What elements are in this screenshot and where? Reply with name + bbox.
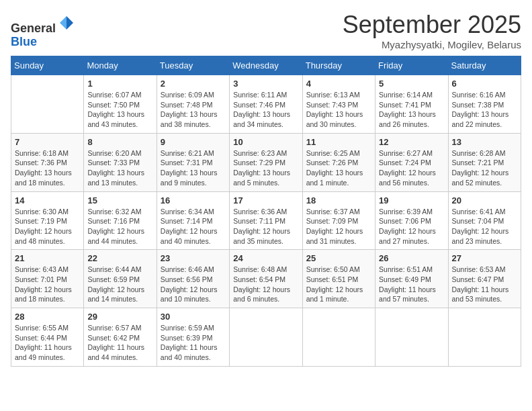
day-cell: 23Sunrise: 6:46 AM Sunset: 6:56 PM Dayli… [157, 250, 229, 308]
day-number: 15 [87, 195, 152, 205]
day-info: Sunrise: 6:09 AM Sunset: 7:48 PM Dayligh… [161, 90, 226, 130]
day-info: Sunrise: 6:51 AM Sunset: 6:49 PM Dayligh… [379, 265, 444, 304]
day-info: Sunrise: 6:50 AM Sunset: 6:51 PM Dayligh… [306, 265, 371, 304]
day-info: Sunrise: 6:23 AM Sunset: 7:29 PM Dayligh… [233, 148, 298, 188]
day-info: Sunrise: 6:36 AM Sunset: 7:11 PM Dayligh… [233, 207, 298, 246]
col-header-monday: Monday [84, 56, 157, 75]
day-number: 24 [233, 253, 298, 263]
day-info: Sunrise: 6:30 AM Sunset: 7:19 PM Dayligh… [15, 207, 80, 246]
day-number: 12 [379, 137, 444, 147]
col-header-friday: Friday [375, 56, 448, 75]
day-cell: 26Sunrise: 6:51 AM Sunset: 6:49 PM Dayli… [375, 250, 448, 308]
day-number: 20 [452, 195, 517, 205]
day-cell: 7Sunrise: 6:18 AM Sunset: 7:36 PM Daylig… [11, 133, 84, 191]
day-cell: 29Sunrise: 6:57 AM Sunset: 6:42 PM Dayli… [84, 308, 157, 367]
day-cell: 11Sunrise: 6:25 AM Sunset: 7:26 PM Dayli… [302, 133, 375, 191]
day-cell: 9Sunrise: 6:21 AM Sunset: 7:31 PM Daylig… [157, 133, 229, 191]
day-cell: 3Sunrise: 6:11 AM Sunset: 7:46 PM Daylig… [230, 75, 302, 134]
day-cell: 24Sunrise: 6:48 AM Sunset: 6:54 PM Dayli… [230, 250, 302, 308]
day-info: Sunrise: 6:44 AM Sunset: 6:59 PM Dayligh… [87, 265, 152, 304]
day-info: Sunrise: 6:27 AM Sunset: 7:24 PM Dayligh… [379, 148, 444, 188]
calendar-table: SundayMondayTuesdayWednesdayThursdayFrid… [11, 56, 521, 367]
day-number: 21 [15, 253, 80, 263]
day-cell: 4Sunrise: 6:13 AM Sunset: 7:43 PM Daylig… [302, 75, 375, 134]
day-cell: 13Sunrise: 6:28 AM Sunset: 7:21 PM Dayli… [448, 133, 521, 191]
location: Myazhysyatki, Mogilev, Belarus [343, 39, 521, 50]
day-cell: 25Sunrise: 6:50 AM Sunset: 6:51 PM Dayli… [302, 250, 375, 308]
day-info: Sunrise: 6:11 AM Sunset: 7:46 PM Dayligh… [233, 90, 298, 130]
title-block: September 2025 Myazhysyatki, Mogilev, Be… [343, 11, 521, 50]
day-info: Sunrise: 6:07 AM Sunset: 7:50 PM Dayligh… [87, 90, 152, 130]
day-cell: 22Sunrise: 6:44 AM Sunset: 6:59 PM Dayli… [84, 250, 157, 308]
day-cell [302, 308, 375, 367]
week-row-1: 1Sunrise: 6:07 AM Sunset: 7:50 PM Daylig… [11, 75, 521, 134]
header-row: SundayMondayTuesdayWednesdayThursdayFrid… [11, 56, 521, 75]
day-info: Sunrise: 6:39 AM Sunset: 7:06 PM Dayligh… [379, 207, 444, 246]
day-info: Sunrise: 6:43 AM Sunset: 7:01 PM Dayligh… [15, 265, 80, 304]
day-info: Sunrise: 6:46 AM Sunset: 6:56 PM Dayligh… [161, 265, 226, 304]
svg-marker-1 [60, 16, 66, 30]
day-cell: 6Sunrise: 6:16 AM Sunset: 7:38 PM Daylig… [448, 75, 521, 134]
logo: General Blue [11, 13, 76, 49]
day-cell: 15Sunrise: 6:32 AM Sunset: 7:16 PM Dayli… [84, 191, 157, 250]
day-number: 5 [379, 79, 444, 89]
day-cell: 30Sunrise: 6:59 AM Sunset: 6:39 PM Dayli… [157, 308, 229, 367]
logo-blue: Blue [11, 35, 37, 48]
day-number: 14 [15, 195, 80, 205]
day-info: Sunrise: 6:20 AM Sunset: 7:33 PM Dayligh… [87, 148, 152, 188]
day-cell: 14Sunrise: 6:30 AM Sunset: 7:19 PM Dayli… [11, 191, 84, 250]
day-info: Sunrise: 6:32 AM Sunset: 7:16 PM Dayligh… [87, 207, 152, 246]
logo-icon [57, 13, 76, 32]
day-number: 1 [87, 79, 152, 89]
week-row-5: 28Sunrise: 6:55 AM Sunset: 6:44 PM Dayli… [11, 308, 521, 367]
day-cell [448, 308, 521, 367]
day-cell [230, 308, 302, 367]
day-info: Sunrise: 6:59 AM Sunset: 6:39 PM Dayligh… [161, 323, 226, 363]
day-number: 13 [452, 137, 517, 147]
day-info: Sunrise: 6:37 AM Sunset: 7:09 PM Dayligh… [306, 207, 371, 246]
day-info: Sunrise: 6:34 AM Sunset: 7:14 PM Dayligh… [161, 207, 226, 246]
day-cell: 17Sunrise: 6:36 AM Sunset: 7:11 PM Dayli… [230, 191, 302, 250]
day-cell: 1Sunrise: 6:07 AM Sunset: 7:50 PM Daylig… [84, 75, 157, 134]
day-cell: 21Sunrise: 6:43 AM Sunset: 7:01 PM Dayli… [11, 250, 84, 308]
day-info: Sunrise: 6:41 AM Sunset: 7:04 PM Dayligh… [452, 207, 517, 246]
day-number: 25 [306, 253, 371, 263]
day-cell [11, 75, 84, 134]
day-number: 2 [161, 79, 226, 89]
day-number: 6 [452, 79, 517, 89]
col-header-thursday: Thursday [302, 56, 375, 75]
day-cell [375, 308, 448, 367]
week-row-4: 21Sunrise: 6:43 AM Sunset: 7:01 PM Dayli… [11, 250, 521, 308]
day-number: 11 [306, 137, 371, 147]
day-cell: 8Sunrise: 6:20 AM Sunset: 7:33 PM Daylig… [84, 133, 157, 191]
day-info: Sunrise: 6:53 AM Sunset: 6:47 PM Dayligh… [452, 265, 517, 304]
day-cell: 20Sunrise: 6:41 AM Sunset: 7:04 PM Dayli… [448, 191, 521, 250]
week-row-2: 7Sunrise: 6:18 AM Sunset: 7:36 PM Daylig… [11, 133, 521, 191]
day-info: Sunrise: 6:28 AM Sunset: 7:21 PM Dayligh… [452, 148, 517, 188]
day-number: 8 [87, 137, 152, 147]
logo-general: General [11, 21, 56, 35]
day-number: 26 [379, 253, 444, 263]
day-number: 9 [161, 137, 226, 147]
page-header: General Blue September 2025 Myazhysyatki… [11, 11, 521, 50]
month-title: September 2025 [343, 11, 521, 39]
col-header-tuesday: Tuesday [157, 56, 229, 75]
day-number: 29 [87, 312, 152, 322]
day-info: Sunrise: 6:13 AM Sunset: 7:43 PM Dayligh… [306, 90, 371, 130]
day-info: Sunrise: 6:14 AM Sunset: 7:41 PM Dayligh… [379, 90, 444, 130]
day-number: 27 [452, 253, 517, 263]
day-cell: 18Sunrise: 6:37 AM Sunset: 7:09 PM Dayli… [302, 191, 375, 250]
day-cell: 28Sunrise: 6:55 AM Sunset: 6:44 PM Dayli… [11, 308, 84, 367]
day-cell: 16Sunrise: 6:34 AM Sunset: 7:14 PM Dayli… [157, 191, 229, 250]
week-row-3: 14Sunrise: 6:30 AM Sunset: 7:19 PM Dayli… [11, 191, 521, 250]
day-cell: 2Sunrise: 6:09 AM Sunset: 7:48 PM Daylig… [157, 75, 229, 134]
day-number: 4 [306, 79, 371, 89]
day-number: 18 [306, 195, 371, 205]
day-cell: 5Sunrise: 6:14 AM Sunset: 7:41 PM Daylig… [375, 75, 448, 134]
day-number: 7 [15, 137, 80, 147]
day-number: 22 [87, 253, 152, 263]
day-number: 19 [379, 195, 444, 205]
day-number: 17 [233, 195, 298, 205]
day-number: 30 [161, 312, 226, 322]
col-header-sunday: Sunday [11, 56, 84, 75]
